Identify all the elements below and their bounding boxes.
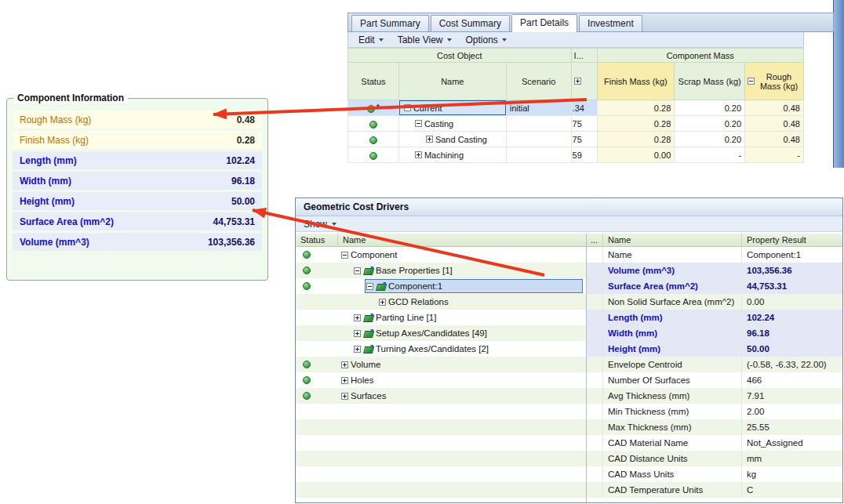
property-row-min-thickness-mm[interactable]: Min Thickness (mm)2.00 [587, 404, 842, 419]
tab-cost-summary[interactable]: Cost Summary [431, 15, 510, 31]
property-value: (-0.58, -6.33, 22.00) [742, 357, 842, 372]
collapse-icon[interactable] [354, 267, 361, 274]
property-value: mm [742, 451, 842, 466]
cost-row-casting[interactable]: Casting750.280.200.48 [348, 116, 804, 132]
tab-investment[interactable]: Investment [579, 15, 642, 31]
tree-status-cell [296, 282, 338, 290]
property-value: 102.24 [742, 310, 842, 325]
property-row-avg-thickness-mm[interactable]: Avg Thickness (mm)7.91 [587, 388, 842, 404]
menu-edit[interactable]: Edit [351, 33, 391, 47]
properties-column-name[interactable]: Name [603, 234, 742, 246]
name-cell[interactable]: Current [398, 100, 506, 116]
property-row-length-mm[interactable]: Length (mm)102.24 [587, 310, 842, 325]
field-value: 96.18 [231, 176, 255, 187]
expand-icon[interactable] [341, 393, 348, 400]
vertical-scrollbar[interactable] [833, 0, 844, 168]
property-name: Non Solid Surface Area (mm^2) [603, 294, 742, 310]
tab-part-summary[interactable]: Part Summary [351, 15, 429, 31]
tree-row-component[interactable]: Component [296, 247, 586, 263]
tree-row-parting-line-1[interactable]: Parting Line [1] [296, 310, 586, 325]
tree-column-status[interactable]: Status [296, 234, 338, 246]
property-row-cad-temperature-units[interactable]: CAD Temperature UnitsC [587, 482, 842, 498]
tree-row-component-1[interactable]: Component:1 [296, 278, 586, 294]
name-cell-content: Machining [402, 150, 503, 160]
cost-row-machining[interactable]: Machining590.00-- [348, 147, 804, 163]
property-row-name[interactable]: NameComponent:1 [587, 247, 842, 263]
expand-icon[interactable] [379, 299, 386, 306]
property-row-cad-distance-units[interactable]: CAD Distance Unitsmm [587, 451, 842, 466]
clipped-value-cell: 75 [571, 132, 597, 147]
tree-row-content: Setup Axes/Candidates [49] [352, 326, 583, 340]
column-header-rough-mass[interactable]: Rough Mass (kg) [745, 63, 804, 100]
property-value: 0.00 [742, 294, 842, 310]
gcd-tree-header: Status Name [296, 234, 586, 247]
property-name: Name [603, 247, 742, 263]
expand-icon[interactable] [354, 346, 361, 353]
gcd-icon [363, 314, 373, 322]
column-header-status[interactable]: Status [348, 63, 399, 100]
menu-table-view[interactable]: Table View [391, 33, 459, 47]
tree-row-base-properties-1[interactable]: Base Properties [1] [296, 263, 586, 278]
property-name: Height (mm) [603, 341, 742, 357]
collapse-icon[interactable] [404, 104, 411, 111]
status-ok-icon [369, 136, 377, 144]
name-cell[interactable]: Sand Casting [398, 132, 506, 147]
property-name: Length (mm) [603, 310, 742, 325]
column-header-scrap-mass[interactable]: Scrap Mass (kg) [675, 63, 745, 100]
field-length-mm: Length (mm)102.24 [13, 151, 262, 169]
show-menu[interactable]: Show [296, 216, 842, 232]
property-row-volume-mm-3[interactable]: Volume (mm^3)103,356.36 [587, 263, 842, 278]
expand-columns-icon[interactable] [574, 78, 581, 85]
dropdown-caret-icon [447, 38, 452, 42]
expand-icon[interactable] [354, 314, 361, 321]
tree-row-volume[interactable]: Volume [296, 357, 586, 372]
cost-row-sand-casting[interactable]: Sand Casting750.280.200.48 [348, 132, 804, 147]
field-value: 0.48 [237, 114, 255, 125]
properties-column-dots[interactable]: ... [587, 234, 603, 246]
property-name: Envelope Centroid [603, 357, 742, 372]
tree-row-gcd-relations[interactable]: GCD Relations [296, 294, 586, 310]
column-header-collapsed[interactable] [571, 63, 597, 100]
property-row-cad-mass-units[interactable]: CAD Mass Unitskg [587, 466, 842, 482]
name-cell[interactable]: Casting [398, 116, 506, 132]
collapse-icon[interactable] [415, 120, 422, 127]
tree-row-setup-axes-candidates-49[interactable]: Setup Axes/Candidates [49] [296, 325, 586, 341]
tree-row-surfaces[interactable]: Surfaces [296, 388, 586, 404]
expand-icon[interactable] [341, 361, 348, 368]
tree-status-cell [296, 361, 338, 368]
tree-row-holes[interactable]: Holes [296, 372, 586, 388]
tree-node-label: Setup Axes/Candidates [49] [376, 328, 487, 338]
name-cell[interactable]: Machining [398, 147, 506, 163]
property-row-number-of-surfaces[interactable]: Number Of Surfaces466 [587, 372, 842, 388]
expand-icon[interactable] [426, 136, 433, 143]
property-row-height-mm[interactable]: Height (mm)50.00 [587, 341, 842, 357]
property-row-cad-material-name[interactable]: CAD Material NameNot_Assigned [587, 435, 842, 451]
property-row-envelope-centroid[interactable]: Envelope Centroid(-0.58, -6.33, 22.00) [587, 357, 842, 372]
collapse-icon[interactable] [366, 283, 373, 290]
expand-icon[interactable] [341, 377, 348, 384]
column-header-finish-mass[interactable]: Finish Mass (kg) [597, 63, 675, 100]
status-cell [348, 132, 399, 147]
property-dots-cell [587, 341, 603, 357]
column-header-scenario[interactable]: Scenario [506, 63, 571, 100]
cost-object-name: Current [413, 103, 442, 113]
property-row-non-solid-surface-area-mm-2[interactable]: Non Solid Surface Area (mm^2)0.00 [587, 294, 842, 310]
expand-icon[interactable] [354, 330, 361, 337]
property-row-surface-area-mm-2[interactable]: Surface Area (mm^2)44,753.31 [587, 278, 842, 294]
tree-row-content: Surfaces [340, 389, 583, 403]
dropdown-caret-icon [379, 38, 384, 42]
collapse-columns-icon[interactable] [748, 78, 755, 85]
property-row-max-thickness-mm[interactable]: Max Thickness (mm)25.55 [587, 419, 842, 435]
column-header-name[interactable]: Name [398, 63, 506, 100]
tree-row-turning-axes-candidates-2[interactable]: Turning Axes/Candidates [2] [296, 341, 586, 357]
status-ok-icon [303, 282, 311, 290]
expand-icon[interactable] [415, 151, 422, 158]
menu-options[interactable]: Options [459, 33, 514, 47]
tree-column-name[interactable]: Name [338, 234, 366, 246]
collapse-icon[interactable] [341, 252, 348, 259]
tab-part-details[interactable]: Part Details [511, 14, 577, 32]
property-row-width-mm[interactable]: Width (mm)96.18 [587, 325, 842, 341]
gcd-content: Status Name ComponentBase Properties [1]… [296, 234, 842, 502]
properties-column-result[interactable]: Property Result [742, 234, 842, 246]
cost-row-current[interactable]: *Currentinitial.340.280.200.48 [348, 100, 804, 116]
